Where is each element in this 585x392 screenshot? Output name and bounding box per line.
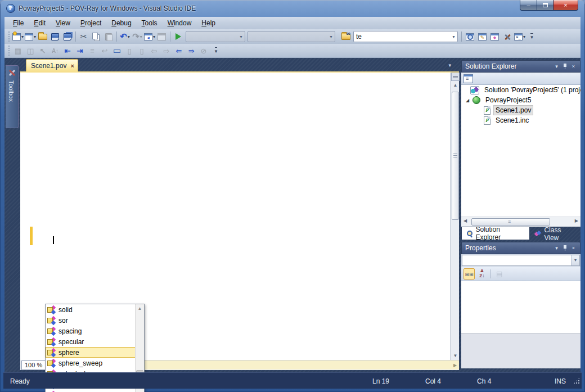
insert-shape-button[interactable] — [111, 44, 123, 57]
editor-splitter-handle[interactable] — [451, 73, 460, 81]
menu-item[interactable]: File — [8, 17, 29, 29]
toolbar-overflow-button[interactable] — [210, 44, 222, 57]
balloon-right-button[interactable] — [136, 44, 148, 57]
close-button[interactable]: × — [553, 0, 578, 11]
autocomplete-item[interactable]: spiral2 — [46, 390, 136, 392]
autocomplete-item[interactable]: sphere_sweep — [46, 358, 136, 368]
toolbar-button-icon — [40, 47, 46, 55]
start-render-button[interactable] — [172, 30, 184, 43]
document-list-chevron-icon[interactable]: ▾ — [448, 62, 451, 68]
alphabetical-sort-button[interactable]: AZ — [476, 268, 488, 280]
menu-item[interactable]: Edit — [29, 17, 51, 29]
navigate-backward-button[interactable]: ▾ — [143, 30, 156, 43]
tree-row[interactable]: Solution 'PovrayProject5' (1 proje — [461, 85, 580, 95]
title-bar[interactable]: P PovrayProject5 - POV-Ray for Windows -… — [0, 0, 585, 17]
scroll-up-icon[interactable]: ▲ — [451, 82, 460, 89]
pin-icon[interactable] — [561, 245, 569, 252]
scroll-right-icon[interactable]: ▶ — [575, 218, 578, 223]
find-in-files-button[interactable] — [340, 30, 352, 43]
shift-left-button[interactable] — [173, 44, 185, 57]
tab-class-view[interactable]: Class View — [530, 227, 580, 240]
solution-explorer-header[interactable]: Solution Explorer ▾ × — [461, 60, 580, 73]
scroll-right-icon[interactable]: ▶ — [451, 362, 459, 370]
properties-grid[interactable] — [461, 281, 580, 334]
save-all-button[interactable] — [61, 30, 74, 43]
horizontal-scroll-thumb[interactable] — [471, 218, 550, 226]
minimize-button[interactable]: – — [520, 0, 537, 11]
justify-button[interactable] — [86, 44, 98, 57]
panel-close-icon[interactable]: × — [569, 64, 578, 69]
tab-scene1-pov[interactable]: Scene1.pov × — [26, 59, 78, 71]
paste-button[interactable] — [102, 30, 115, 43]
menu-item[interactable]: Tools — [137, 17, 163, 29]
schema-view-button[interactable] — [12, 44, 24, 57]
menu-item[interactable]: Debug — [106, 17, 136, 29]
navigate-forward-button[interactable] — [156, 30, 168, 43]
tab-solution-explorer[interactable]: Solution Explorer — [461, 227, 530, 240]
resize-grip[interactable] — [573, 377, 580, 384]
toolbar-grip[interactable] — [7, 46, 10, 56]
autocomplete-item[interactable]: spacing — [46, 326, 136, 336]
tab-close-icon[interactable]: × — [70, 62, 74, 69]
cut-button[interactable] — [78, 30, 90, 43]
menu-item[interactable]: Project — [75, 17, 106, 29]
balloon-left-button[interactable] — [123, 44, 136, 57]
tree-row[interactable]: Scene1.inc — [461, 115, 580, 125]
panel-menu-chevron-icon[interactable]: ▾ — [552, 245, 561, 251]
navigate-left-button[interactable] — [148, 44, 160, 57]
toolbar-overflow-button[interactable] — [526, 30, 538, 43]
toolbar-grip[interactable] — [7, 31, 10, 42]
open-file-button[interactable] — [37, 30, 49, 43]
configuration-combobox[interactable]: ▾ — [186, 31, 245, 42]
tree-row[interactable]: ◢ PovrayProject5 — [461, 95, 580, 105]
increase-indent-button[interactable] — [74, 44, 86, 57]
tree-row[interactable]: Scene1.pov — [461, 105, 580, 115]
panel-close-icon[interactable]: × — [569, 245, 578, 251]
property-pages-button[interactable] — [494, 268, 505, 280]
properties-window-button[interactable] — [476, 30, 489, 43]
pin-icon[interactable] — [561, 63, 569, 70]
autocomplete-item[interactable]: sor — [46, 315, 136, 326]
command-window-button[interactable]: ▾ — [514, 30, 526, 43]
new-project-button[interactable]: ▾ — [12, 30, 24, 43]
autocomplete-item[interactable]: specular — [46, 336, 136, 347]
format-text-button[interactable] — [49, 44, 61, 57]
save-button[interactable] — [49, 30, 61, 43]
vertical-scroll-thumb[interactable] — [452, 92, 459, 220]
toolbox-autohide-tab[interactable]: Toolbox — [6, 65, 19, 128]
scroll-down-icon[interactable]: ▼ — [451, 352, 460, 359]
zoom-disabled-button[interactable] — [197, 44, 210, 57]
editor-vertical-scrollbar[interactable]: ▲ ▼ — [450, 73, 459, 360]
autocomplete-item[interactable]: sphere — [46, 347, 136, 358]
select-pointer-button[interactable] — [37, 44, 49, 57]
autocomplete-item[interactable]: solid — [46, 304, 136, 315]
properties-button[interactable] — [464, 74, 473, 83]
tab-label: Scene1.pov — [31, 62, 66, 70]
add-item-button[interactable]: ▾ — [24, 30, 37, 43]
menu-item[interactable]: Window — [163, 17, 197, 29]
link-windows-button[interactable] — [24, 44, 37, 57]
wrap-button[interactable] — [98, 44, 111, 57]
copy-button[interactable] — [90, 30, 102, 43]
maximize-button[interactable] — [537, 0, 553, 11]
panel-menu-chevron-icon[interactable]: ▾ — [552, 64, 561, 69]
find-symbol-button[interactable] — [464, 30, 476, 43]
redo-button[interactable]: ▾ — [131, 30, 143, 43]
scroll-up-icon[interactable]: ▲ — [136, 304, 144, 313]
scroll-left-icon[interactable]: ◀ — [464, 218, 467, 223]
undo-button[interactable]: ▾ — [119, 30, 131, 43]
menu-item[interactable]: View — [51, 17, 75, 29]
decrease-indent-button[interactable] — [61, 44, 74, 57]
search-combobox[interactable]: te ▾ — [353, 31, 458, 42]
properties-header[interactable]: Properties ▾ × — [461, 242, 580, 254]
shift-right-button[interactable] — [185, 44, 197, 57]
navigate-right-button[interactable] — [160, 44, 173, 57]
solution-explorer-horizontal-scrollbar[interactable]: ◀ ▶ — [461, 217, 580, 227]
properties-object-combobox[interactable]: ▾ — [461, 254, 580, 267]
object-browser-button[interactable] — [489, 30, 501, 43]
toolbox-button[interactable] — [501, 30, 514, 43]
tree-expander-icon[interactable]: ◢ — [466, 98, 472, 103]
platform-combobox[interactable]: ▾ — [248, 31, 335, 42]
categorized-button[interactable] — [464, 268, 475, 280]
menu-item[interactable]: Help — [196, 17, 220, 29]
